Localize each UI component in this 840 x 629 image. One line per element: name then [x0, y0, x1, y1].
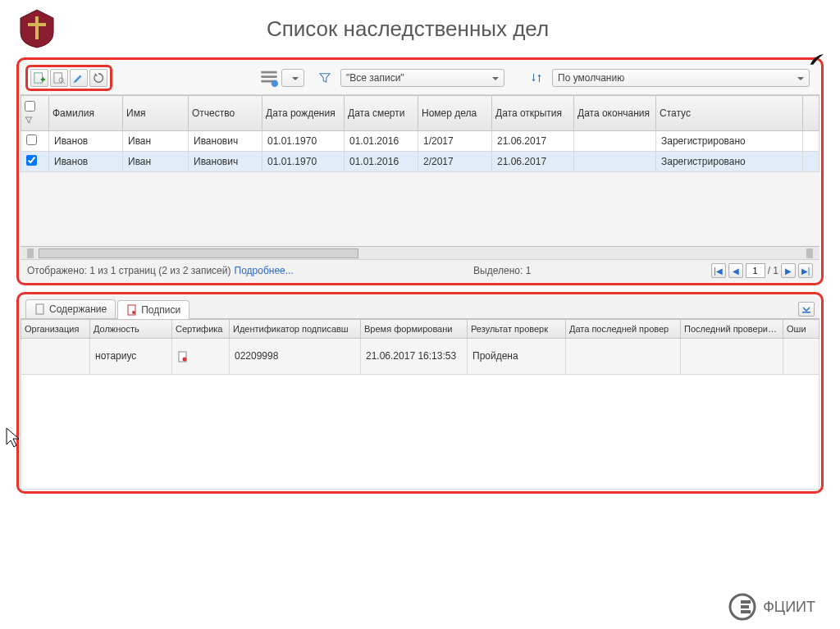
tab-signatures[interactable]: Подписи [117, 300, 189, 319]
cell-opened: 21.06.2017 [492, 131, 574, 152]
add-button[interactable] [30, 69, 48, 87]
sig-cell-signerid: 02209998 [230, 339, 361, 375]
svg-rect-17 [741, 605, 749, 608]
cell-patronymic: Иванович [189, 131, 262, 152]
table-row[interactable]: Иванов Иван Иванович 01.01.1970 01.01.20… [21, 131, 819, 152]
col-firstname[interactable]: Имя [123, 96, 189, 131]
cell-status: Зарегистрировано [656, 152, 803, 172]
pager-first-button[interactable]: |◀ [711, 263, 726, 278]
pager-prev-button[interactable]: ◀ [728, 263, 743, 278]
refresh-button[interactable] [89, 69, 107, 87]
view-button[interactable] [50, 69, 68, 87]
cell-closed [574, 131, 656, 152]
sig-col-lastchecker[interactable]: Последний проверивший [681, 320, 783, 339]
cell-death: 01.01.2016 [345, 131, 418, 152]
row-checkbox[interactable] [26, 134, 37, 145]
pager-last-button[interactable]: ▶| [798, 263, 813, 278]
pager-next-button[interactable]: ▶ [781, 263, 796, 278]
cell-patronymic: Иванович [189, 152, 262, 172]
svg-point-11 [132, 311, 135, 314]
sig-col-role[interactable]: Должность [90, 320, 172, 339]
col-scroll [803, 96, 819, 131]
cell-closed [574, 152, 656, 172]
sig-col-result[interactable]: Результат проверк [468, 320, 566, 339]
filter-icon[interactable] [317, 71, 332, 85]
col-caseno[interactable]: Номер дела [418, 96, 492, 131]
tab-signatures-label: Подписи [141, 304, 180, 316]
tab-content-label: Содержание [49, 303, 107, 315]
collapse-button[interactable] [798, 302, 815, 317]
view-mode-button[interactable] [260, 69, 278, 87]
col-patronymic[interactable]: Отчество [189, 96, 262, 131]
cell-firstname: Иван [123, 152, 189, 172]
sig-col-signerid[interactable]: Идентификатор подписавш [230, 320, 361, 339]
footer-logo-icon [728, 593, 756, 621]
col-birth[interactable]: Дата рождения [262, 96, 345, 131]
action-tool-group [25, 65, 112, 91]
view-mode-dropdown[interactable] [281, 69, 304, 87]
cell-death: 01.01.2016 [345, 152, 418, 172]
col-checkbox[interactable] [21, 96, 49, 131]
svg-rect-6 [261, 75, 276, 78]
sig-cell-time: 21.06.2017 16:13:53 [361, 339, 468, 375]
sig-cell-cert [172, 339, 230, 375]
sig-cell-lastcheck [566, 339, 681, 375]
page-title: Список наследственных дел [74, 16, 824, 42]
sig-cell-err [783, 339, 819, 375]
cell-firstname: Иван [123, 131, 189, 152]
selected-count: Выделено: 1 [473, 265, 531, 276]
cell-lastname: Иванов [49, 131, 123, 152]
col-status[interactable]: Статус [656, 96, 803, 131]
sig-header-row: Организация Должность Сертифика Идентифи… [21, 320, 819, 339]
sort-dropdown[interactable]: По умолчанию [552, 69, 810, 87]
sig-col-err[interactable]: Оши [783, 320, 819, 339]
signature-icon [126, 304, 138, 316]
filter-value: "Все записи" [346, 72, 404, 84]
more-link[interactable]: Подробнее... [235, 265, 294, 276]
col-closed[interactable]: Дата окончания [574, 96, 656, 131]
col-lastname[interactable]: Фамилия [49, 96, 123, 131]
table-empty-area [21, 172, 819, 246]
toolbar: "Все записи" По умолчанию [21, 62, 819, 95]
svg-rect-18 [741, 610, 751, 613]
sig-cell-result: Пройдена [468, 339, 566, 375]
svg-rect-5 [261, 71, 276, 74]
sort-value: По умолчанию [558, 72, 624, 84]
sig-col-org[interactable]: Организация [21, 320, 90, 339]
sig-cell-lastchecker [681, 339, 783, 375]
cell-caseno: 1/2017 [418, 131, 492, 152]
status-count: Отображено: 1 из 1 страниц (2 из 2 запис… [27, 265, 231, 276]
col-opened[interactable]: Дата открытия [492, 96, 574, 131]
col-death[interactable]: Дата смерти [345, 96, 418, 131]
sig-col-cert[interactable]: Сертифика [172, 320, 230, 339]
footer-label: ФЦИИТ [763, 599, 815, 616]
svg-rect-0 [35, 16, 39, 39]
sig-col-lastcheck[interactable]: Дата последней провер [566, 320, 681, 339]
doc-icon [34, 303, 46, 315]
tab-content[interactable]: Содержание [25, 299, 116, 318]
edit-button[interactable] [70, 69, 88, 87]
horizontal-scrollbar[interactable] [21, 246, 819, 259]
cell-lastname: Иванов [49, 152, 123, 172]
sig-col-time[interactable]: Время формировани [361, 320, 468, 339]
select-all-checkbox[interactable] [25, 101, 35, 112]
cell-birth: 01.01.1970 [262, 131, 345, 152]
row-checkbox[interactable] [26, 155, 37, 166]
filter-dropdown[interactable]: "Все записи" [340, 69, 504, 87]
cell-caseno: 2/2017 [418, 152, 492, 172]
cell-opened: 21.06.2017 [492, 152, 574, 172]
table-row[interactable]: Иванов Иван Иванович 01.01.1970 01.01.20… [21, 152, 819, 172]
cell-status: Зарегистрировано [656, 131, 803, 152]
sig-row[interactable]: нотариус 02209998 21.06.2017 16:13:53 Пр… [21, 339, 819, 375]
cursor-icon [5, 426, 21, 449]
signatures-table: Организация Должность Сертифика Идентифи… [21, 319, 819, 375]
pager: |◀ ◀ / 1 ▶ ▶| [711, 263, 813, 278]
footer: ФЦИИТ [728, 593, 815, 621]
sig-cell-role: нотариус [90, 339, 172, 375]
svg-rect-2 [34, 73, 43, 83]
pager-page-input[interactable] [746, 263, 765, 278]
status-bar: Отображено: 1 из 1 страниц (2 из 2 запис… [21, 259, 819, 281]
sig-empty-area [21, 375, 819, 490]
certificate-icon[interactable] [177, 351, 189, 362]
feather-icon [807, 52, 825, 71]
